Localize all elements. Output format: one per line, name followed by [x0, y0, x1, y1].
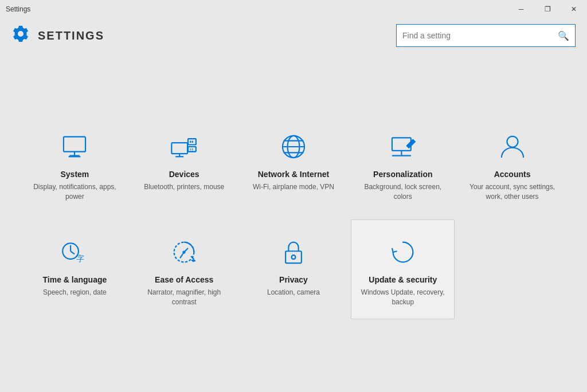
minimize-icon: ─ — [519, 5, 524, 13]
main-content: System Display, notifications, apps, pow… — [0, 53, 587, 392]
network-name: Network & Internet — [258, 170, 329, 179]
titlebar-title: Settings — [6, 5, 30, 13]
search-box[interactable]: 🔍 — [396, 24, 576, 47]
time-name: Time & language — [43, 275, 107, 284]
setting-update[interactable]: Update & security Windows Update, recove… — [351, 219, 455, 319]
devices-name: Devices — [169, 170, 199, 179]
personalization-name: Personalization — [373, 170, 432, 179]
setting-privacy[interactable]: Privacy Location, camera — [242, 219, 346, 319]
settings-row-2: 字 Time & language Speech, region, date E… — [23, 219, 564, 319]
ease-desc: Narrator, magnifier, high contrast — [139, 288, 230, 307]
ease-name: Ease of Access — [155, 275, 213, 284]
svg-rect-35 — [285, 251, 302, 263]
titlebar-controls: ─ ❐ ✕ — [508, 0, 587, 18]
restore-icon: ❐ — [545, 5, 551, 13]
setting-personalization[interactable]: Personalization Background, lock screen,… — [351, 114, 455, 214]
svg-point-32 — [183, 250, 186, 253]
devices-desc: Bluetooth, printers, mouse — [144, 182, 224, 192]
svg-point-24 — [507, 136, 518, 147]
setting-accounts[interactable]: Accounts Your account, sync settings, wo… — [460, 114, 564, 214]
search-input[interactable] — [402, 31, 558, 40]
minimize-button[interactable]: ─ — [508, 0, 534, 18]
time-desc: Speech, region, date — [43, 288, 107, 297]
svg-marker-34 — [191, 259, 196, 262]
setting-empty — [460, 219, 564, 319]
setting-system[interactable]: System Display, notifications, apps, pow… — [23, 114, 127, 214]
system-name: System — [60, 170, 89, 179]
setting-time[interactable]: 字 Time & language Speech, region, date — [23, 219, 127, 319]
svg-rect-4 — [172, 143, 188, 154]
setting-devices[interactable]: Devices Bluetooth, printers, mouse — [132, 114, 236, 214]
header-left: SETTINGS — [11, 25, 104, 47]
restore-button[interactable]: ❐ — [534, 0, 561, 18]
privacy-desc: Location, camera — [267, 288, 320, 297]
accounts-name: Accounts — [494, 170, 531, 179]
svg-point-36 — [292, 255, 296, 259]
system-desc: Display, notifications, apps, power — [29, 182, 120, 202]
svg-text:字: 字 — [77, 254, 85, 263]
privacy-name: Privacy — [279, 275, 308, 284]
accounts-desc: Your account, sync settings, work, other… — [467, 182, 558, 202]
svg-line-27 — [71, 251, 75, 254]
header: SETTINGS 🔍 — [0, 18, 587, 53]
personalization-desc: Background, lock screen, colors — [357, 182, 448, 202]
settings-title: SETTINGS — [38, 29, 104, 42]
close-icon: ✕ — [571, 5, 577, 13]
svg-rect-0 — [64, 137, 85, 152]
close-button[interactable]: ✕ — [561, 0, 587, 18]
setting-ease[interactable]: Ease of Access Narrator, magnifier, high… — [132, 219, 236, 319]
gear-icon — [11, 25, 30, 47]
search-icon: 🔍 — [558, 30, 569, 41]
update-desc: Windows Update, recovery, backup — [357, 288, 448, 307]
setting-network[interactable]: Network & Internet Wi-Fi, airplane mode,… — [242, 114, 346, 214]
settings-row-1: System Display, notifications, apps, pow… — [23, 114, 564, 214]
update-name: Update & security — [369, 275, 437, 284]
network-desc: Wi-Fi, airplane mode, VPN — [253, 182, 334, 192]
titlebar: Settings ─ ❐ ✕ — [0, 0, 587, 18]
